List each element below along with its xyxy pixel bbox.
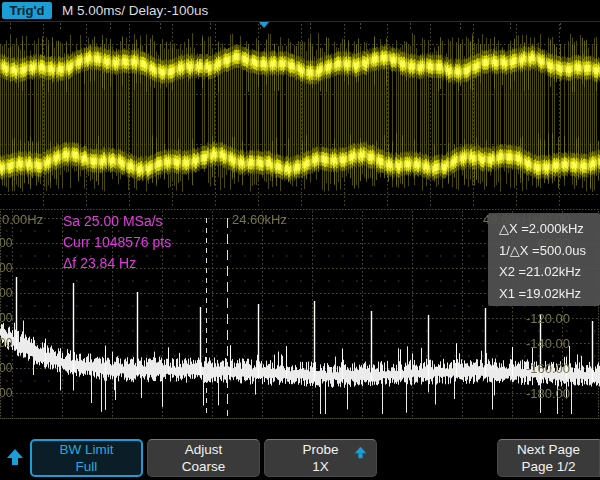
bw-limit-label: BW Limit [32,441,141,458]
menu-button-probe[interactable]: Probe 1X [264,439,377,477]
fft-acquisition-info: Sa 25.00 MSa/s Curr 1048576 pts Δf 23.84… [63,211,171,274]
db-label-clipped: 00 [0,361,14,375]
menu-up-arrow-icon[interactable] [6,448,24,466]
adjust-label: Adjust [148,441,259,458]
db-label-clipped: 00 [0,311,14,325]
db-label: -120.00 [480,311,570,326]
db-label-clipped: 00 [0,236,14,250]
menu-button-adjust[interactable]: Adjust Coarse [147,439,260,477]
probe-value: 1X [265,458,376,475]
cursor-x1: X1 =19.02kHz [488,283,600,305]
timebase-delay-readout: M 5.00ms/ Delay:-100us [62,2,208,19]
db-label: -160.00 [480,361,570,376]
adjust-value: Coarse [148,458,259,475]
db-label-clipped: 00 [0,336,14,350]
db-label-clipped: 00 [0,261,14,275]
db-label-clipped: 00 [0,386,14,400]
cursor-inverse-delta-x: 1/△X =500.0us [488,240,600,262]
menu-button-next-page[interactable]: Next Page Page 1/2 [497,439,600,477]
db-label-clipped: 00 [0,286,14,300]
db-label: -180.00 [480,386,570,401]
probe-up-arrow-icon [354,446,367,459]
top-status-bar: Trig'd M 5.00ms/ Delay:-100us [0,0,600,22]
bw-limit-value: Full [32,458,141,475]
cursor-x2: X2 =21.02kHz [488,261,600,283]
oscilloscope-screen: Trig'd M 5.00ms/ Delay:-100us 0.00Hz 24.… [0,0,600,480]
fft-points: Curr 1048576 pts [63,232,171,253]
fft-freq-center-label: 24.60kHz [232,212,287,227]
fft-sample-rate: Sa 25.00 MSa/s [63,211,171,232]
soft-menu-bar: BW Limit Full Adjust Coarse Probe 1X Nex… [0,437,600,480]
cursor-delta-x: △X =2.000kHz [488,218,600,240]
next-page-label: Next Page [498,441,599,458]
fft-freq-start-label: 0.00Hz [2,212,43,227]
next-page-value: Page 1/2 [498,458,599,475]
db-label: -140.00 [480,336,570,351]
menu-button-bw-limit[interactable]: BW Limit Full [30,439,143,477]
fft-delta-f: Δf 23.84 Hz [63,253,171,274]
cursor-readout-panel: △X =2.000kHz 1/△X =500.0us X2 =21.02kHz … [488,213,600,306]
trigger-status-badge: Trig'd [2,2,52,19]
